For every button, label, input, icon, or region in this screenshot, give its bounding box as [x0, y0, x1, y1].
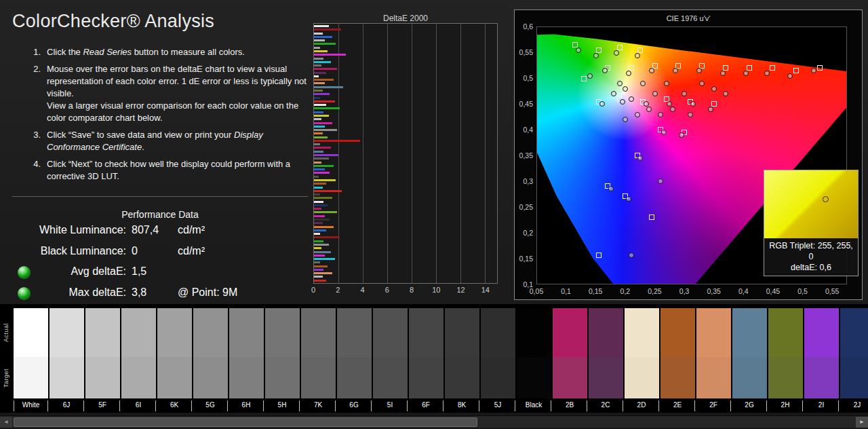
deltae-error-bar[interactable]: [314, 157, 329, 160]
deltae-error-bar[interactable]: [314, 132, 323, 134]
deltae-error-bar[interactable]: [314, 215, 325, 217]
deltae-error-bar[interactable]: [314, 47, 320, 49]
deltae-error-bar[interactable]: [314, 247, 321, 249]
deltae-error-bar[interactable]: [314, 193, 320, 195]
comparator-swatch: 5I: [373, 308, 408, 411]
deltae-error-bar[interactable]: [314, 111, 323, 113]
deltae-error-bar[interactable]: [314, 58, 323, 60]
deltae-error-bar[interactable]: [314, 251, 331, 253]
scrollbar-thumb[interactable]: [14, 417, 477, 427]
deltae-error-bar[interactable]: [314, 143, 320, 145]
deltae-error-bar[interactable]: [314, 82, 325, 84]
deltae-error-bar[interactable]: [314, 269, 323, 271]
deltae-error-bar[interactable]: [314, 118, 321, 120]
deltae-error-bar[interactable]: [314, 255, 325, 257]
deltae-error-bar[interactable]: [314, 211, 337, 213]
cie-measured-point: [611, 91, 616, 96]
deltae-error-bar[interactable]: [314, 100, 335, 102]
deltae-error-bar[interactable]: [314, 168, 325, 170]
deltae-error-bar[interactable]: [314, 176, 319, 178]
deltae-error-bar[interactable]: [314, 229, 326, 231]
deltae-error-bar[interactable]: [314, 222, 323, 224]
deltae-error-bar[interactable]: [314, 50, 328, 52]
deltae-error-bar[interactable]: [314, 93, 330, 95]
deltae-error-bar[interactable]: [314, 75, 319, 77]
swatch-target-color: [193, 357, 228, 398]
deltae-error-bar[interactable]: [314, 233, 320, 235]
swatch-actual-color: [589, 308, 623, 357]
swatch-label: 6H: [229, 400, 264, 411]
deltae-error-bar[interactable]: [314, 147, 331, 149]
swatch-target-color: [625, 357, 659, 398]
deltae-error-bar[interactable]: [314, 208, 321, 210]
deltae-error-bar[interactable]: [314, 54, 346, 56]
deltae-error-bar[interactable]: [314, 61, 331, 63]
deltae-error-bar[interactable]: [314, 272, 332, 274]
deltae-error-bar[interactable]: [314, 280, 326, 282]
deltae-error-bar[interactable]: [314, 226, 334, 228]
deltae-error-bar[interactable]: [314, 43, 336, 45]
deltae-error-bar[interactable]: [314, 197, 332, 199]
scrollbar-track[interactable]: ◄ ►: [0, 415, 868, 428]
deltae-error-bar[interactable]: [314, 25, 329, 27]
cie-target-point: [699, 63, 705, 69]
deltae-error-bar[interactable]: [314, 151, 323, 153]
deltae-error-bar[interactable]: [314, 136, 328, 138]
deltae-error-bar[interactable]: [314, 79, 334, 81]
deltae-error-bar[interactable]: [314, 64, 321, 67]
deltae-error-bar[interactable]: [314, 204, 328, 206]
deltae-error-bar[interactable]: [314, 104, 326, 106]
scroll-left-button[interactable]: ◄: [0, 417, 12, 428]
deltae-error-bar[interactable]: [314, 236, 340, 238]
cie-axis-tick-label: 0,3: [523, 177, 533, 185]
deltae-error-bar[interactable]: [314, 179, 336, 181]
deltae-error-bar[interactable]: [314, 68, 337, 70]
deltae-error-bar[interactable]: [314, 140, 360, 142]
cie-measured-point: [811, 68, 816, 73]
swatch-label: 2D: [625, 400, 659, 411]
deltae-error-bar[interactable]: [314, 107, 340, 109]
deltae-error-bar[interactable]: [314, 33, 323, 35]
deltae-error-bar[interactable]: [314, 258, 335, 260]
swatch-label: 6J: [50, 400, 84, 411]
swatch-actual-color: [625, 308, 659, 357]
scroll-right-button[interactable]: ►: [856, 417, 868, 428]
tooltip-deltae-text: deltaE: 0,6: [767, 262, 855, 273]
deltae-error-bar[interactable]: [314, 265, 328, 267]
deltae-error-bar[interactable]: [314, 183, 326, 185]
black-luminance-label: Black Luminance:: [12, 245, 126, 257]
deltae-error-bar[interactable]: [314, 126, 325, 128]
deltae-error-bar[interactable]: [314, 172, 330, 174]
cie-measured-point: [646, 107, 652, 112]
deltae-error-bar[interactable]: [314, 39, 325, 41]
deltae-error-bar[interactable]: [314, 29, 341, 31]
swatch-label: 8K: [445, 400, 479, 411]
deltae-error-bar[interactable]: [314, 129, 337, 131]
deltae-plot[interactable]: [313, 23, 498, 284]
swatch-label: 6F: [409, 400, 443, 411]
swatch-target-color: [553, 357, 587, 398]
deltae-error-bar[interactable]: [314, 165, 334, 167]
instruction-text: Click “Next” to check how well the displ…: [47, 158, 309, 183]
deltae-error-bar[interactable]: [314, 115, 329, 117]
cie-measured-point: [599, 101, 605, 107]
deltae-error-bar[interactable]: [314, 219, 330, 221]
deltae-error-bar[interactable]: [314, 36, 332, 38]
cie-measured-point: [658, 112, 663, 117]
cie-measured-point: [635, 112, 640, 117]
deltae-error-bar[interactable]: [314, 187, 323, 189]
deltae-error-bar[interactable]: [314, 154, 338, 156]
deltae-error-bar[interactable]: [314, 90, 323, 92]
deltae-error-bar[interactable]: [314, 244, 329, 246]
deltae-error-bar[interactable]: [314, 276, 323, 278]
deltae-error-bar[interactable]: [314, 72, 326, 74]
deltae-error-bar[interactable]: [314, 201, 323, 203]
deltae-error-bar[interactable]: [314, 190, 342, 192]
swatch-label: 5I: [373, 400, 408, 411]
deltae-error-bar[interactable]: [314, 261, 320, 263]
deltae-error-bar[interactable]: [314, 86, 343, 88]
deltae-error-bar[interactable]: [314, 97, 320, 99]
deltae-error-bar[interactable]: [314, 240, 323, 242]
deltae-error-bar[interactable]: [314, 122, 332, 124]
deltae-error-bar[interactable]: [314, 162, 321, 164]
